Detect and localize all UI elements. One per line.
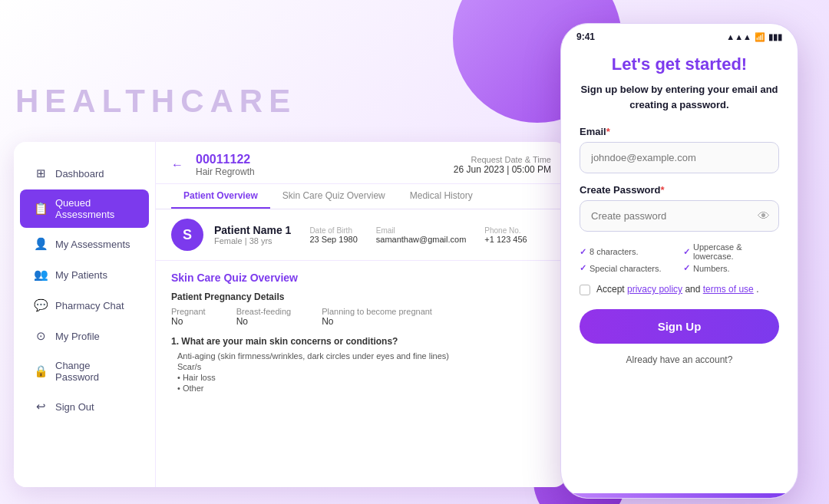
sidebar-label-pharmacy-chat: Pharmacy Chat (55, 300, 124, 311)
privacy-policy-link[interactable]: privacy policy (627, 284, 682, 295)
hint-check-4: ✓ (683, 263, 690, 273)
my-profile-icon: ⊙ (34, 329, 48, 343)
answer-3: • Hair loss (171, 373, 551, 382)
main-content: ← 00011122 Hair Regrowth Request Date & … (156, 142, 566, 487)
password-hints: ✓ 8 characters. ✓ Uppercase & lowercase.… (580, 242, 779, 273)
sidebar-item-my-assessments[interactable]: 👤 My Assessments (20, 229, 149, 259)
queued-icon: 📋 (34, 202, 48, 216)
breastfeeding-value: No (236, 316, 292, 327)
hint-uppercase: ✓ Uppercase & lowercase. (683, 242, 779, 261)
policy-checkbox[interactable] (580, 285, 590, 295)
phone-content: Let's get started! Sign up below by ente… (561, 47, 798, 380)
planning-value: No (322, 316, 432, 327)
tab-bar: Patient Overview Skin Care Quiz Overview… (156, 184, 566, 209)
sidebar-item-my-profile[interactable]: ⊙ My Profile (20, 321, 149, 351)
sidebar-item-pharmacy-chat[interactable]: 💬 Pharmacy Chat (20, 291, 149, 320)
password-form-label: Create Password* (580, 184, 779, 196)
sidebar-label-change-password: Change Password (55, 360, 135, 383)
planning-item: Planning to become pregnant No (322, 307, 432, 327)
policy-row: Accept privacy policy and terms of use . (580, 284, 779, 295)
request-value: 26 Jun 2023 | 05:00 PM (454, 164, 551, 175)
patient-name-block: Patient Name 1 Female | 38 yrs (214, 224, 291, 245)
email-input[interactable] (580, 142, 779, 173)
sidebar-item-change-password[interactable]: 🔒 Change Password (20, 352, 149, 390)
email-form-label: Email* (580, 126, 779, 137)
hint-characters: ✓ 8 characters. (580, 242, 675, 261)
password-input-wrap: 👁 (580, 200, 779, 232)
terms-of-use-link[interactable]: terms of use (703, 284, 754, 295)
dashboard-icon: ⊞ (34, 166, 48, 180)
hint-text-1: 8 characters. (590, 247, 639, 256)
patient-name: Patient Name 1 (214, 224, 291, 236)
sidebar-item-sign-out[interactable]: ↩ Sign Out (20, 392, 149, 421)
request-info: Request Date & Time 26 Jun 2023 | 05:00 … (454, 155, 551, 175)
email-label: Email (376, 226, 467, 235)
healthcare-label: HEALTHCARE (15, 83, 296, 120)
sidebar-item-queued-assessments[interactable]: 📋 Queued Assessments (20, 189, 149, 228)
pregnant-item: Pregnant No (171, 307, 206, 327)
tab-medical-history[interactable]: Medical History (398, 184, 485, 209)
password-input[interactable] (580, 200, 779, 232)
pregnancy-section: Patient Pregnancy Details Pregnant No Br… (171, 292, 551, 393)
tab-skin-care-quiz[interactable]: Skin Care Quiz Overview (270, 184, 398, 209)
hint-check-2: ✓ (683, 247, 690, 257)
pregnant-value: No (171, 316, 206, 327)
change-password-icon: 🔒 (34, 364, 48, 378)
toggle-password-icon[interactable]: 👁 (758, 209, 770, 223)
my-assessments-icon: 👤 (34, 237, 48, 251)
planning-label: Planning to become pregnant (322, 307, 432, 316)
pharmacy-chat-icon: 💬 (34, 298, 48, 312)
back-button[interactable]: ← (171, 158, 183, 172)
patient-condition: Hair Regrowth (196, 166, 255, 177)
desktop-panel: ⊞ Dashboard 📋 Queued Assessments 👤 My As… (14, 142, 566, 487)
already-account-text: Already have an account? (580, 354, 779, 365)
patient-id: 00011122 (196, 153, 255, 166)
breastfeeding-label: Breast-feeding (236, 307, 292, 316)
sidebar-item-my-patients[interactable]: 👥 My Patients (20, 260, 149, 289)
tab-patient-overview[interactable]: Patient Overview (171, 184, 270, 209)
sidebar-label-dashboard: Dashboard (55, 168, 104, 180)
sidebar-label-my-patients: My Patients (55, 269, 107, 281)
battery-icon: ▮▮▮ (768, 32, 782, 42)
hint-check-1: ✓ (580, 247, 586, 257)
breastfeeding-item: Breast-feeding No (236, 307, 292, 327)
request-label: Request Date & Time (454, 155, 551, 164)
sidebar-item-dashboard[interactable]: ⊞ Dashboard (20, 159, 149, 188)
policy-text: Accept privacy policy and terms of use . (596, 284, 758, 295)
sidebar-label-my-profile: My Profile (55, 331, 100, 342)
signal-icon: ▲▲▲ (726, 32, 751, 41)
phone-label: Phone No. (484, 226, 527, 235)
wifi-icon: 📶 (755, 32, 765, 42)
dob-label: Date of Birth (309, 226, 357, 235)
dob-value: 23 Sep 1980 (309, 235, 357, 244)
email-value: samanthaw@gmail.com (376, 235, 467, 244)
patient-dob: Date of Birth 23 Sep 1980 (309, 226, 357, 244)
hint-check-3: ✓ (580, 263, 586, 273)
sidebar: ⊞ Dashboard 📋 Queued Assessments 👤 My As… (14, 142, 156, 487)
avatar: S (171, 219, 203, 251)
pregnancy-label: Patient Pregnancy Details (171, 292, 551, 302)
signup-button[interactable]: Sign Up (580, 309, 779, 344)
sidebar-label-sign-out: Sign Out (55, 401, 94, 413)
content-header: ← 00011122 Hair Regrowth Request Date & … (156, 142, 566, 184)
answer-1: Anti-aging (skin firmness/wrinkles, dark… (171, 351, 551, 361)
phone-heading: Let's get started! (580, 54, 779, 74)
hint-special: ✓ Special characters. (580, 263, 675, 273)
sidebar-label-my-assessments: My Assessments (55, 239, 130, 250)
content-body: Skin Care Quiz Overview Patient Pregnanc… (156, 261, 566, 487)
hint-numbers: ✓ Numbers. (683, 263, 779, 273)
hint-text-3: Special characters. (590, 264, 662, 273)
phone-bottom-bar (561, 493, 798, 498)
email-required-star: * (606, 126, 610, 137)
pregnant-label: Pregnant (171, 307, 206, 316)
my-patients-icon: 👥 (34, 268, 48, 282)
answer-2: Scar/s (171, 362, 551, 371)
question1: 1. What are your main skin concerns or c… (171, 336, 551, 347)
hint-text-2: Uppercase & lowercase. (693, 242, 779, 261)
phone-mockup: 9:41 ▲▲▲ 📶 ▮▮▮ Let's get started! Sign u… (560, 23, 798, 499)
status-icons: ▲▲▲ 📶 ▮▮▮ (726, 32, 782, 42)
status-bar: 9:41 ▲▲▲ 📶 ▮▮▮ (561, 24, 798, 47)
pregnancy-grid: Pregnant No Breast-feeding No Planning t… (171, 307, 551, 327)
phone-value: +1 123 456 (484, 235, 527, 244)
sign-out-icon: ↩ (34, 400, 48, 413)
